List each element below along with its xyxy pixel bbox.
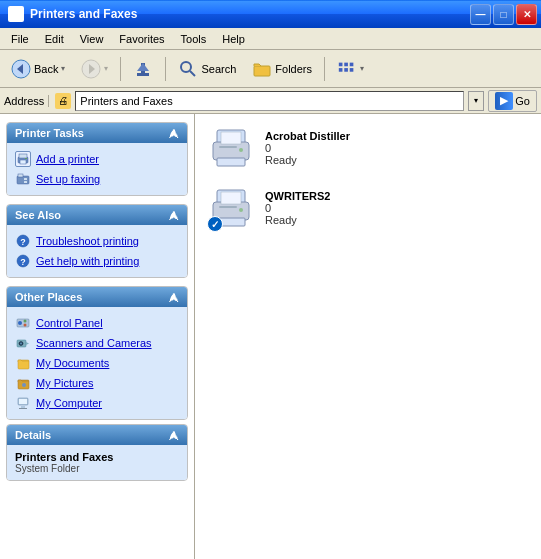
default-printer-badge: ✓ — [207, 216, 223, 232]
toolbar: Back ▾ ▾ Search — [0, 50, 541, 88]
svg-rect-23 — [24, 181, 27, 183]
acrobat-printer-icon — [207, 124, 255, 172]
troubleshoot-item[interactable]: ? Troubleshoot printing — [11, 231, 183, 251]
menu-edit[interactable]: Edit — [38, 30, 71, 48]
acrobat-printer-status: Ready — [265, 154, 350, 166]
svg-rect-6 — [137, 73, 149, 76]
my-documents-item[interactable]: My Documents — [11, 353, 183, 373]
search-button[interactable]: Search — [171, 55, 243, 83]
details-title: Printers and Faxes — [15, 451, 179, 463]
title-controls: — □ ✕ — [470, 4, 537, 25]
scanners-cameras-item[interactable]: Scanners and Cameras — [11, 333, 183, 353]
menu-view[interactable]: View — [73, 30, 111, 48]
see-also-header[interactable]: See Also ⮝ — [7, 205, 187, 225]
get-help-icon: ? — [15, 253, 31, 269]
menu-file[interactable]: File — [4, 30, 36, 48]
printer-tasks-collapse-icon: ⮝ — [169, 128, 179, 139]
get-help-item[interactable]: ? Get help with printing — [11, 251, 183, 271]
forward-button[interactable]: ▾ — [74, 55, 115, 83]
qwriters2-printer-status: Ready — [265, 214, 330, 226]
maximize-button[interactable]: □ — [493, 4, 514, 25]
qwriters2-printer-info: QWRITERS2 0 Ready — [265, 190, 330, 226]
back-dropdown-arrow[interactable]: ▾ — [61, 64, 65, 73]
qwriters2-printer-name: QWRITERS2 — [265, 190, 330, 202]
printer-item-qwriters2[interactable]: ✓ QWRITERS2 0 Ready — [199, 178, 537, 238]
up-button[interactable] — [126, 55, 160, 83]
svg-rect-41 — [21, 406, 25, 408]
add-printer-item[interactable]: Add a printer — [11, 149, 183, 169]
svg-rect-14 — [344, 68, 348, 72]
see-also-body: ? Troubleshoot printing ? Get help with … — [7, 225, 187, 277]
control-panel-label: Control Panel — [36, 317, 103, 329]
close-button[interactable]: ✕ — [516, 4, 537, 25]
svg-rect-13 — [339, 68, 343, 72]
go-button[interactable]: ▶ Go — [488, 90, 537, 112]
svg-rect-18 — [20, 160, 26, 164]
folders-button[interactable]: Folders — [245, 55, 319, 83]
troubleshoot-icon: ? — [15, 233, 31, 249]
toolbar-sep-2 — [165, 57, 166, 81]
set-up-faxing-icon — [15, 171, 31, 187]
svg-point-30 — [24, 320, 27, 323]
up-icon — [133, 59, 153, 79]
svg-text:?: ? — [20, 237, 26, 247]
address-field[interactable]: Printers and Faxes — [75, 91, 464, 111]
svg-rect-44 — [213, 142, 249, 160]
view-button[interactable]: ▾ — [330, 55, 371, 83]
get-help-label: Get help with printing — [36, 255, 139, 267]
my-documents-label: My Documents — [36, 357, 109, 369]
address-label: Address — [4, 95, 49, 107]
details-subtitle: System Folder — [15, 463, 179, 474]
minimize-button[interactable]: — — [470, 4, 491, 25]
other-places-header[interactable]: Other Places ⮝ — [7, 287, 187, 307]
svg-point-7 — [181, 62, 191, 72]
address-bar: Address 🖨 Printers and Faxes ▾ ▶ Go — [0, 88, 541, 114]
svg-marker-5 — [137, 63, 149, 71]
printer-tasks-section: Printer Tasks ⮝ Add a printer — [6, 122, 188, 196]
main-area: Printer Tasks ⮝ Add a printer — [0, 114, 541, 559]
svg-rect-40 — [19, 399, 27, 404]
svg-rect-9 — [254, 66, 270, 76]
see-also-label: See Also — [15, 209, 61, 221]
printer-tasks-header[interactable]: Printer Tasks ⮝ — [7, 123, 187, 143]
svg-rect-42 — [19, 408, 27, 409]
details-collapse-icon: ⮝ — [169, 430, 179, 441]
svg-point-34 — [20, 343, 22, 345]
back-icon — [11, 59, 31, 79]
svg-point-53 — [239, 208, 243, 212]
acrobat-printer-jobs: 0 — [265, 142, 350, 154]
svg-rect-17 — [19, 154, 27, 158]
control-panel-item[interactable]: Control Panel — [11, 313, 183, 333]
svg-point-38 — [22, 383, 26, 387]
svg-rect-54 — [219, 206, 237, 208]
forward-dropdown-arrow[interactable]: ▾ — [104, 64, 108, 73]
svg-rect-19 — [25, 158, 27, 159]
my-computer-item[interactable]: My Computer — [11, 393, 183, 413]
qwriters2-printer-jobs: 0 — [265, 202, 330, 214]
my-pictures-item[interactable]: My Pictures — [11, 373, 183, 393]
my-computer-icon — [15, 395, 31, 411]
menu-tools[interactable]: Tools — [174, 30, 214, 48]
scanners-cameras-icon — [15, 335, 31, 351]
acrobat-printer-name: Acrobat Distiller — [265, 130, 350, 142]
set-up-faxing-item[interactable]: Set up faxing — [11, 169, 183, 189]
details-section: Details ⮝ Printers and Faxes System Fold… — [6, 424, 188, 481]
address-dropdown[interactable]: ▾ — [468, 91, 484, 111]
details-header[interactable]: Details ⮝ — [7, 425, 187, 445]
address-folder-icon: 🖨 — [55, 93, 71, 109]
back-button[interactable]: Back ▾ — [4, 55, 72, 83]
forward-icon — [81, 59, 101, 79]
my-pictures-label: My Pictures — [36, 377, 93, 389]
svg-rect-11 — [344, 62, 348, 66]
menu-help[interactable]: Help — [215, 30, 252, 48]
view-dropdown-arrow[interactable]: ▾ — [360, 64, 364, 73]
title-bar-left: 🖨 Printers and Faxes — [8, 6, 137, 22]
menu-favorites[interactable]: Favorites — [112, 30, 171, 48]
printer-item-acrobat[interactable]: Acrobat Distiller 0 Ready — [199, 118, 537, 178]
see-also-collapse-icon: ⮝ — [169, 210, 179, 221]
my-pictures-icon — [15, 375, 31, 391]
title-bar: 🖨 Printers and Faxes — □ ✕ — [0, 0, 541, 28]
svg-rect-12 — [350, 62, 354, 66]
svg-point-31 — [24, 324, 27, 327]
svg-point-47 — [239, 148, 243, 152]
